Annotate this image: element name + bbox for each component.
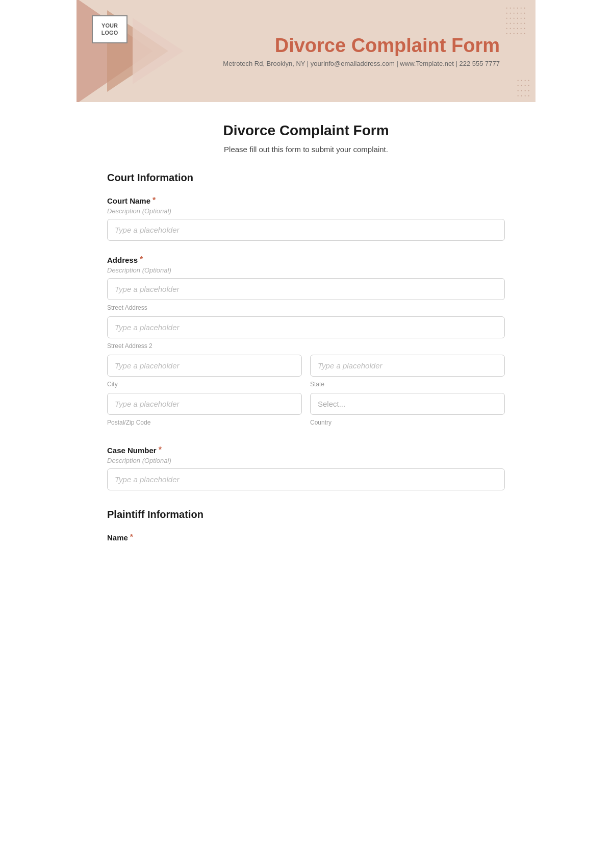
form-main-title: Divorce Complaint Form [107,122,505,139]
city-state-row: City State [107,355,505,393]
field-group-case-number: Case Number * Description (Optional) [107,445,505,490]
state-col: State [310,355,505,393]
required-star-address: * [140,255,143,264]
address-description: Description (Optional) [107,266,505,274]
postal-col: Postal/Zip Code [107,393,302,431]
city-label: City [107,381,302,388]
address-label: Address * [107,255,505,264]
court-info-section: Court Information Court Name * Descripti… [107,172,505,490]
header-contact: Metrotech Rd, Brooklyn, NY | yourinfo@em… [223,60,500,67]
section-title-plaintiff: Plaintiff Information [107,509,505,520]
section-title-court: Court Information [107,172,505,184]
state-label: State [310,381,505,388]
plaintiff-name-label: Name * [107,533,505,542]
field-group-court-name: Court Name * Description (Optional) [107,196,505,241]
postal-label: Postal/Zip Code [107,419,302,426]
street-address-1-input[interactable] [107,278,505,300]
case-number-input[interactable] [107,468,505,490]
court-name-input[interactable] [107,219,505,241]
header-right: Divorce Complaint Form Metrotech Rd, Bro… [223,35,515,67]
triangle-light [133,18,184,84]
court-name-label: Court Name * [107,196,505,205]
city-col: City [107,355,302,393]
city-input[interactable] [107,355,302,377]
country-label: Country [310,419,505,426]
plaintiff-info-section: Plaintiff Information Name * [107,509,505,542]
street-address-2-input[interactable] [107,316,505,338]
dots-bottom-right: ●●●●●●●●●●●●●●●● [517,78,531,98]
page-header: ●●●●●●●●●●●●●●●●●●●●●●●●●●●●●●●●●●●● ●●●… [76,0,536,102]
required-star-case-number: * [159,445,162,455]
case-number-description: Description (Optional) [107,457,505,464]
country-col: Select... United States Canada United Ki… [310,393,505,431]
postal-input[interactable] [107,393,302,415]
form-container: Divorce Complaint Form Please fill out t… [76,102,536,587]
field-group-plaintiff-name: Name * [107,533,505,542]
street-address-2-label: Street Address 2 [107,342,505,350]
field-group-address: Address * Description (Optional) Street … [107,255,505,431]
state-input[interactable] [310,355,505,377]
case-number-label: Case Number * [107,445,505,455]
form-description: Please fill out this form to submit your… [107,145,505,154]
logo: YOUR LOGO [92,15,128,43]
dots-top-right: ●●●●●●●●●●●●●●●●●●●●●●●●●●●●●●●●●●●● [506,5,527,36]
street-address-1-label: Street Address [107,304,505,311]
required-star-court-name: * [152,196,156,205]
country-select[interactable]: Select... United States Canada United Ki… [310,393,505,415]
postal-country-row: Postal/Zip Code Select... United States … [107,393,505,431]
court-name-description: Description (Optional) [107,207,505,215]
required-star-plaintiff-name: * [130,533,133,542]
header-title: Divorce Complaint Form [223,35,500,57]
